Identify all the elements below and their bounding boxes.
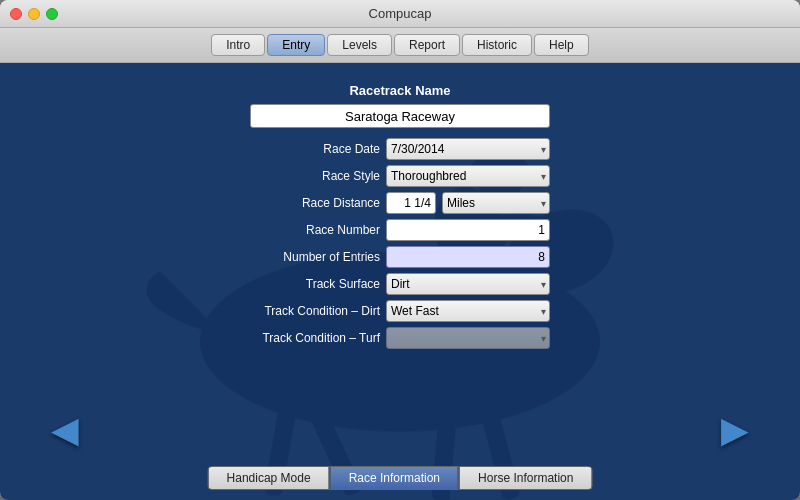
race-date-wrapper: 7/30/2014	[386, 138, 550, 160]
track-condition-dirt-row: Track Condition – Dirt Wet Fast Fast Goo…	[250, 300, 550, 322]
track-condition-dirt-select[interactable]: Wet Fast Fast Good Muddy Sloppy	[386, 300, 550, 322]
tab-intro[interactable]: Intro	[211, 34, 265, 56]
tab-entry[interactable]: Entry	[267, 34, 325, 56]
tab-levels[interactable]: Levels	[327, 34, 392, 56]
maximize-button[interactable]	[46, 8, 58, 20]
right-arrow-icon: ▶	[721, 409, 749, 451]
bottom-tab-horse-info[interactable]: Horse Information	[459, 466, 592, 490]
race-style-select[interactable]: Thoroughbred Quarter Horse Harness	[386, 165, 550, 187]
track-condition-dirt-label: Track Condition – Dirt	[250, 304, 380, 318]
track-surface-label: Track Surface	[250, 277, 380, 291]
num-entries-input[interactable]	[386, 246, 550, 268]
tab-report[interactable]: Report	[394, 34, 460, 56]
tab-historic[interactable]: Historic	[462, 34, 532, 56]
track-surface-select[interactable]: Dirt Turf Synthetic	[386, 273, 550, 295]
close-button[interactable]	[10, 8, 22, 20]
track-condition-turf-wrapper	[386, 327, 550, 349]
track-surface-row: Track Surface Dirt Turf Synthetic	[250, 273, 550, 295]
race-date-label: Race Date	[250, 142, 380, 156]
track-condition-turf-select[interactable]	[386, 327, 550, 349]
left-arrow-icon: ◀	[51, 409, 79, 451]
form-area: Racetrack Name Race Date 7/30/2014 Race …	[250, 83, 550, 354]
race-distance-input[interactable]	[386, 192, 436, 214]
track-condition-turf-row: Track Condition – Turf	[250, 327, 550, 349]
next-arrow-button[interactable]: ▶	[710, 410, 760, 450]
race-distance-row: Race Distance Miles Furlongs Yards	[250, 192, 550, 214]
race-style-label: Race Style	[250, 169, 380, 183]
race-style-wrapper: Thoroughbred Quarter Horse Harness	[386, 165, 550, 187]
race-date-select[interactable]: 7/30/2014	[386, 138, 550, 160]
prev-arrow-button[interactable]: ◀	[40, 410, 90, 450]
race-style-row: Race Style Thoroughbred Quarter Horse Ha…	[250, 165, 550, 187]
race-distance-unit-select[interactable]: Miles Furlongs Yards	[442, 192, 550, 214]
bottom-tab-race-info[interactable]: Race Information	[330, 466, 459, 490]
track-surface-wrapper: Dirt Turf Synthetic	[386, 273, 550, 295]
app-window: Compucap Intro Entry Levels Report Histo…	[0, 0, 800, 500]
titlebar: Compucap	[0, 0, 800, 28]
traffic-lights	[10, 8, 58, 20]
minimize-button[interactable]	[28, 8, 40, 20]
toolbar: Intro Entry Levels Report Historic Help	[0, 28, 800, 63]
num-entries-label: Number of Entries	[250, 250, 380, 264]
num-entries-row: Number of Entries	[250, 246, 550, 268]
race-number-input[interactable]	[386, 219, 550, 241]
window-title: Compucap	[369, 6, 432, 21]
main-content: Racetrack Name Race Date 7/30/2014 Race …	[0, 63, 800, 500]
racetrack-name-label: Racetrack Name	[250, 83, 550, 98]
race-distance-unit-wrapper: Miles Furlongs Yards	[442, 192, 550, 214]
race-date-row: Race Date 7/30/2014	[250, 138, 550, 160]
track-condition-turf-label: Track Condition – Turf	[250, 331, 380, 345]
bottom-tabs: Handicap Mode Race Information Horse Inf…	[208, 466, 593, 490]
race-number-row: Race Number	[250, 219, 550, 241]
race-distance-label: Race Distance	[250, 196, 380, 210]
tab-help[interactable]: Help	[534, 34, 589, 56]
race-number-label: Race Number	[250, 223, 380, 237]
bottom-tab-handicap[interactable]: Handicap Mode	[208, 466, 330, 490]
racetrack-name-input[interactable]	[250, 104, 550, 128]
track-condition-dirt-wrapper: Wet Fast Fast Good Muddy Sloppy	[386, 300, 550, 322]
nav-arrows: ◀ ▶	[0, 410, 800, 450]
